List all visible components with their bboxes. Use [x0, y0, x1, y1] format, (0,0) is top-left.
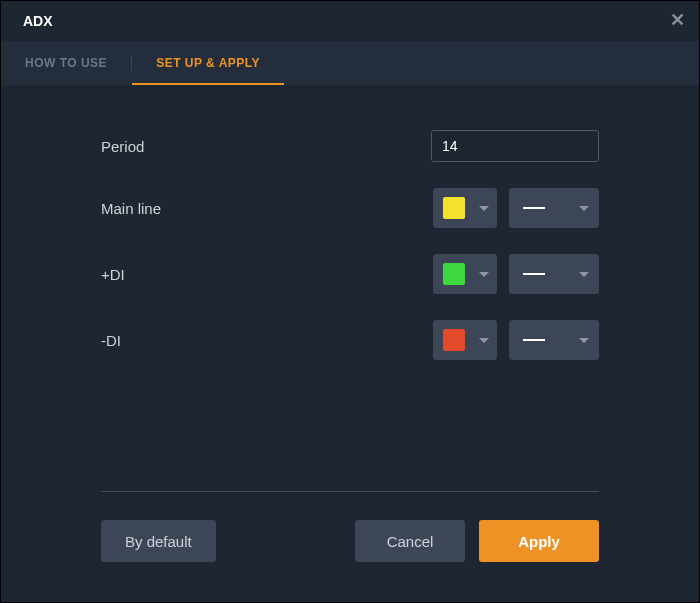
footer-divider	[101, 491, 599, 492]
cancel-button[interactable]: Cancel	[355, 520, 465, 562]
field-label: +DI	[101, 266, 433, 283]
dialog-footer: By default Cancel Apply	[101, 491, 599, 562]
tab-label: HOW TO USE	[25, 56, 107, 70]
color-swatch	[443, 263, 465, 285]
chevron-down-icon	[479, 206, 489, 211]
chevron-down-icon	[579, 338, 589, 343]
by-default-button[interactable]: By default	[101, 520, 216, 562]
plus-di-color-picker[interactable]	[433, 254, 497, 294]
minus-di-color-picker[interactable]	[433, 320, 497, 360]
line-style-preview	[523, 339, 545, 341]
color-swatch	[443, 329, 465, 351]
field-label: Period	[101, 138, 431, 155]
tabs-bar: HOW TO USE SET UP & APPLY	[1, 41, 699, 85]
minus-di-style-picker[interactable]	[509, 320, 599, 360]
chevron-down-icon	[479, 338, 489, 343]
indicator-settings-dialog: ADX ✕ HOW TO USE SET UP & APPLY Period +…	[0, 0, 700, 603]
tab-setup-apply[interactable]: SET UP & APPLY	[132, 41, 284, 85]
footer-buttons: By default Cancel Apply	[101, 520, 599, 562]
chevron-down-icon	[479, 272, 489, 277]
line-style-preview	[523, 207, 545, 209]
row-plus-di: +DI	[101, 254, 599, 294]
period-input[interactable]	[432, 131, 599, 161]
row-period: Period + −	[101, 130, 599, 162]
dialog-header: ADX ✕	[1, 1, 699, 41]
dialog-title: ADX	[23, 13, 53, 29]
apply-button[interactable]: Apply	[479, 520, 599, 562]
row-main-line: Main line	[101, 188, 599, 228]
field-label: -DI	[101, 332, 433, 349]
row-minus-di: -DI	[101, 320, 599, 360]
tab-how-to-use[interactable]: HOW TO USE	[1, 41, 131, 85]
line-style-preview	[523, 273, 545, 275]
close-icon[interactable]: ✕	[670, 11, 685, 29]
main-line-style-picker[interactable]	[509, 188, 599, 228]
period-stepper: + −	[431, 130, 599, 162]
chevron-down-icon	[579, 206, 589, 211]
color-swatch	[443, 197, 465, 219]
field-label: Main line	[101, 200, 433, 217]
main-line-color-picker[interactable]	[433, 188, 497, 228]
plus-di-style-picker[interactable]	[509, 254, 599, 294]
tab-label: SET UP & APPLY	[156, 56, 260, 70]
settings-content: Period + − Main line	[1, 85, 699, 360]
chevron-down-icon	[579, 272, 589, 277]
